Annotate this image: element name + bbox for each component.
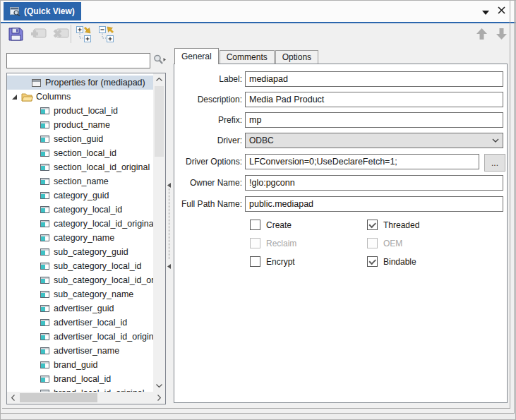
- column-icon: [40, 164, 49, 171]
- tree-item-column[interactable]: advertiser_guid: [7, 301, 153, 316]
- tree-item-column[interactable]: advertiser_local_id: [7, 316, 153, 330]
- column-icon: [40, 234, 49, 241]
- label-field[interactable]: [245, 71, 503, 87]
- tree-item-column[interactable]: category_local_id: [7, 203, 153, 217]
- titlebar: (Quick View): [1, 1, 516, 23]
- panel-splitter[interactable]: [166, 47, 173, 404]
- scroll-up-icon[interactable]: [153, 73, 165, 85]
- tree-item-column[interactable]: section_local_id: [7, 146, 153, 160]
- tree-item-column[interactable]: brand_local_id: [7, 372, 153, 386]
- scroll-down-icon[interactable]: [153, 380, 165, 392]
- tree-item-column[interactable]: product_name: [7, 118, 153, 132]
- column-icon: [40, 136, 49, 143]
- scroll-left-icon[interactable]: [7, 392, 19, 404]
- horizontal-scroll-thumb[interactable]: [20, 393, 97, 402]
- arrow-down-icon: [496, 28, 508, 40]
- general-tab-panel: Label: Description: Prefix: Driver: ODBC…: [174, 64, 508, 403]
- expand-all-button[interactable]: [76, 25, 94, 43]
- tree-item-column[interactable]: section_guid: [7, 132, 153, 146]
- driver-options-field-label: Driver Options:: [176, 157, 242, 167]
- driver-options-field[interactable]: [245, 154, 479, 169]
- column-icon: [40, 347, 49, 354]
- description-field[interactable]: [245, 92, 503, 107]
- tree-item-column[interactable]: section_name: [7, 174, 153, 188]
- tree-item-column[interactable]: sub_category_guid: [7, 245, 153, 259]
- description-field-label: Description:: [176, 95, 242, 104]
- frame-line: [510, 1, 510, 409]
- tree-item-columns-folder[interactable]: Columns: [7, 90, 153, 104]
- frame-line: [514, 1, 515, 414]
- move-up-button-disabled[interactable]: [472, 25, 491, 43]
- move-down-button-disabled[interactable]: [492, 25, 510, 43]
- column-icon: [40, 277, 49, 284]
- save-button[interactable]: [6, 25, 25, 43]
- search-icon[interactable]: [153, 54, 167, 67]
- tab-comments[interactable]: Comments: [220, 50, 275, 64]
- checkbox-threaded[interactable]: Threaded: [367, 220, 419, 230]
- tree-horizontal-scrollbar[interactable]: [7, 392, 165, 404]
- delete-item-button-disabled[interactable]: [52, 25, 70, 43]
- checkbox-bindable[interactable]: Bindable: [367, 256, 416, 267]
- scroll-right-icon[interactable]: [153, 392, 165, 404]
- owner-name-field[interactable]: [245, 175, 503, 191]
- vertical-scroll-thumb[interactable]: [155, 86, 164, 157]
- tree-vertical-scrollbar[interactable]: [153, 73, 165, 392]
- window-title-tab[interactable]: (Quick View): [4, 2, 81, 20]
- tab-general[interactable]: General: [174, 48, 219, 64]
- prefix-field-label: Prefix:: [176, 115, 242, 125]
- expanded-twisty-icon[interactable]: [11, 94, 18, 100]
- column-icon: [40, 319, 49, 326]
- column-icon: [40, 376, 49, 383]
- full-path-name-field[interactable]: [245, 196, 503, 212]
- prefix-field[interactable]: [245, 112, 503, 128]
- window-title: (Quick View): [24, 6, 75, 16]
- checkbox-encrypt[interactable]: Encrypt: [250, 256, 295, 267]
- full-path-name-field-label: Full Path Name:: [176, 199, 242, 209]
- tree-item-column[interactable]: category_name: [7, 231, 153, 245]
- checkbox-box: [250, 256, 260, 267]
- tree-item-column[interactable]: sub_category_local_id_original: [7, 273, 153, 287]
- checkbox-box: [367, 256, 378, 267]
- tree-item-column[interactable]: sub_category_local_id: [7, 259, 153, 273]
- checkbox-create[interactable]: Create: [250, 220, 292, 230]
- driver-options-browse-button[interactable]: ...: [484, 154, 505, 172]
- checkbox-oem[interactable]: OEM: [367, 238, 402, 248]
- column-icon: [40, 220, 49, 227]
- column-icon: [40, 206, 49, 213]
- checkbox-box: [367, 220, 378, 230]
- tree-item-properties[interactable]: Properties for (mediapad): [7, 76, 153, 90]
- collapse-all-button[interactable]: [98, 25, 116, 43]
- column-icon: [40, 361, 49, 368]
- card-x-icon: [52, 27, 70, 41]
- tree-item-column[interactable]: brand_local_id_original: [7, 386, 153, 392]
- column-icon: [40, 333, 49, 340]
- driver-select[interactable]: ODBC: [245, 133, 503, 148]
- add-item-button-disabled[interactable]: [29, 25, 47, 43]
- tree-item-column[interactable]: category_local_id_original: [7, 217, 153, 231]
- tree: Properties for (mediapad) Columns produc…: [7, 73, 153, 392]
- card-plus-icon: [29, 27, 47, 41]
- properties-window-icon: [32, 79, 41, 87]
- expand-all-icon: [76, 25, 94, 43]
- frame-line: [2, 408, 510, 409]
- column-icon: [40, 248, 49, 256]
- window-bottom-strip: [1, 414, 516, 420]
- window-menu-caret-icon[interactable]: [482, 7, 491, 14]
- tree-item-column[interactable]: brand_guid: [7, 358, 153, 372]
- tree-item-column[interactable]: advertiser_name: [7, 344, 153, 358]
- close-icon[interactable]: [496, 4, 507, 16]
- checkbox-box: [367, 238, 378, 248]
- tab-options[interactable]: Options: [275, 50, 318, 64]
- tree-item-column[interactable]: sub_category_name: [7, 287, 153, 301]
- tree-item-column[interactable]: category_guid: [7, 188, 153, 203]
- column-icon: [40, 121, 49, 128]
- tree-panel: Properties for (mediapad) Columns produc…: [6, 73, 166, 404]
- column-icon: [40, 192, 49, 199]
- search-input[interactable]: [6, 53, 150, 68]
- checkbox-reclaim[interactable]: Reclaim: [250, 238, 296, 248]
- tree-column-list: product_local_idproduct_namesection_guid…: [7, 104, 153, 392]
- tree-item-column[interactable]: advertiser_local_id_original: [7, 330, 153, 344]
- label-field-label: Label:: [176, 74, 242, 84]
- tree-item-column[interactable]: product_local_id: [7, 104, 153, 118]
- tree-item-column[interactable]: section_local_id_original: [7, 160, 153, 174]
